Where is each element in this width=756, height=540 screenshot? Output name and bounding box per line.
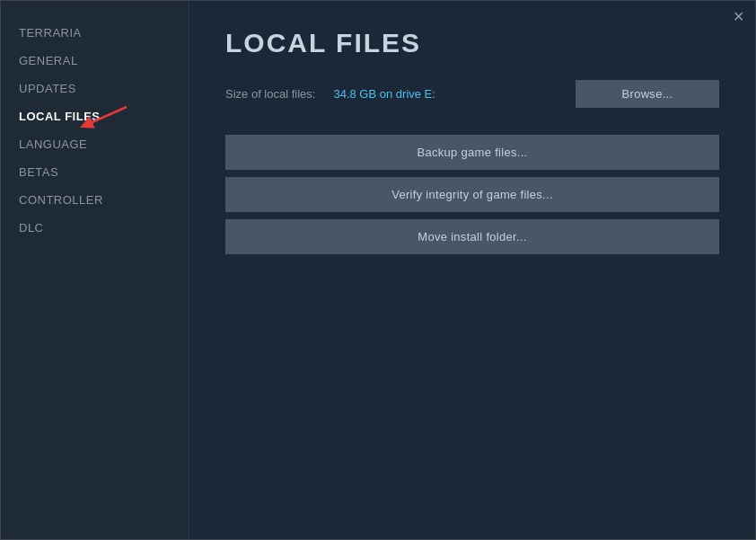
backup-button[interactable]: Backup game files... (225, 135, 719, 170)
sidebar-item-terraria[interactable]: TERRARIA (1, 19, 189, 47)
steam-properties-window: ✕ TERRARIA GENERAL UPDATES (0, 0, 756, 540)
sidebar-item-dlc[interactable]: DLC (1, 214, 189, 242)
sidebar-item-general[interactable]: GENERAL (1, 47, 189, 75)
sidebar: TERRARIA GENERAL UPDATES LOCAL FILES LAN… (1, 1, 189, 539)
sidebar-item-local-files[interactable]: LOCAL FILES (1, 102, 189, 130)
file-size-label: Size of local files: (225, 87, 315, 101)
action-buttons: Backup game files... Verify integrity of… (225, 135, 719, 254)
sidebar-item-controller[interactable]: CONTROLLER (1, 186, 189, 214)
window-content: TERRARIA GENERAL UPDATES LOCAL FILES LAN… (1, 1, 755, 539)
sidebar-item-updates[interactable]: UPDATES (1, 75, 189, 102)
file-size-value[interactable]: 34.8 GB on drive E: (333, 87, 435, 101)
browse-button[interactable]: Browse... (576, 80, 719, 108)
sidebar-item-betas[interactable]: BETAS (1, 158, 189, 186)
file-size-row: Size of local files: 34.8 GB on drive E:… (225, 80, 719, 108)
close-button[interactable]: ✕ (733, 10, 744, 24)
verify-button[interactable]: Verify integrity of game files... (225, 177, 719, 212)
main-content: LOCAL FILES Size of local files: 34.8 GB… (189, 1, 755, 539)
sidebar-item-language[interactable]: LANGUAGE (1, 130, 189, 158)
move-install-button[interactable]: Move install folder... (225, 219, 719, 254)
page-title: LOCAL FILES (225, 28, 719, 58)
